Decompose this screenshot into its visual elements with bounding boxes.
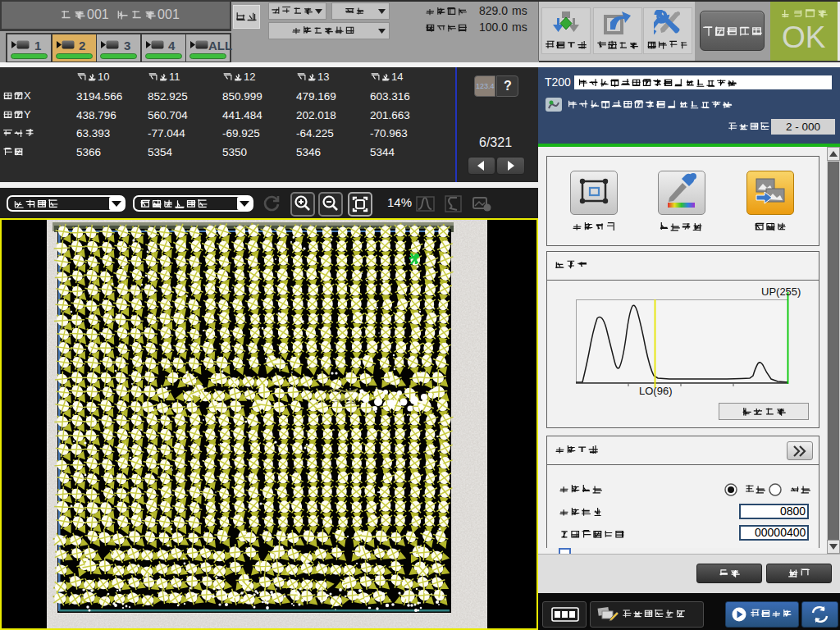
- svg-text:5366: 5366: [76, 146, 101, 158]
- svg-text:UP(255): UP(255): [761, 285, 801, 298]
- svg-text:479.169: 479.169: [296, 90, 336, 103]
- svg-text:123.4: 123.4: [476, 82, 495, 90]
- svg-text:001: 001: [158, 7, 180, 21]
- svg-text:11: 11: [169, 71, 180, 83]
- svg-text:LO(96): LO(96): [639, 385, 672, 397]
- svg-text:2: 2: [79, 39, 85, 52]
- svg-text:2 - 000: 2 - 000: [786, 121, 820, 133]
- svg-text:X: X: [24, 89, 31, 102]
- svg-text:829.0: 829.0: [479, 4, 508, 17]
- svg-text:OK: OK: [782, 21, 826, 54]
- svg-text:1: 1: [34, 39, 41, 52]
- svg-text:Y: Y: [24, 108, 31, 121]
- svg-text:001: 001: [87, 7, 109, 21]
- svg-text:852.925: 852.925: [148, 90, 188, 103]
- svg-text:5350: 5350: [222, 146, 247, 158]
- svg-text:5354: 5354: [148, 146, 173, 158]
- svg-text:560.704: 560.704: [148, 109, 188, 121]
- svg-text:0800: 0800: [780, 504, 806, 518]
- svg-text:ms: ms: [512, 21, 527, 34]
- svg-text:-77.044: -77.044: [148, 127, 185, 139]
- svg-text:00000400: 00000400: [755, 526, 806, 539]
- svg-text:201.663: 201.663: [370, 109, 410, 121]
- svg-text:63.393: 63.393: [76, 127, 110, 139]
- svg-text:-64.225: -64.225: [296, 127, 334, 139]
- svg-text:100.0: 100.0: [479, 21, 508, 34]
- svg-text:ALL: ALL: [208, 39, 232, 52]
- svg-text:6/321: 6/321: [479, 135, 512, 149]
- svg-text:441.484: 441.484: [222, 109, 262, 121]
- svg-text:ms: ms: [512, 4, 527, 17]
- svg-text:3: 3: [124, 39, 130, 52]
- svg-text:14%: 14%: [387, 195, 412, 209]
- svg-text:-70.963: -70.963: [370, 127, 408, 139]
- svg-text:-69.925: -69.925: [222, 127, 260, 139]
- svg-text:438.796: 438.796: [76, 109, 116, 121]
- svg-text:?: ?: [504, 79, 512, 93]
- svg-text:5344: 5344: [370, 146, 395, 158]
- svg-text:3194.566: 3194.566: [76, 90, 122, 103]
- svg-text:850.999: 850.999: [222, 90, 262, 103]
- svg-text:603.316: 603.316: [370, 90, 410, 103]
- svg-text:13: 13: [317, 71, 329, 83]
- svg-text:T200: T200: [545, 75, 571, 89]
- svg-text:5346: 5346: [296, 146, 321, 158]
- svg-text:10: 10: [98, 71, 109, 83]
- svg-text:12: 12: [244, 71, 255, 83]
- svg-text:4: 4: [168, 39, 176, 52]
- svg-text:14: 14: [391, 71, 403, 83]
- svg-text:202.018: 202.018: [296, 109, 336, 121]
